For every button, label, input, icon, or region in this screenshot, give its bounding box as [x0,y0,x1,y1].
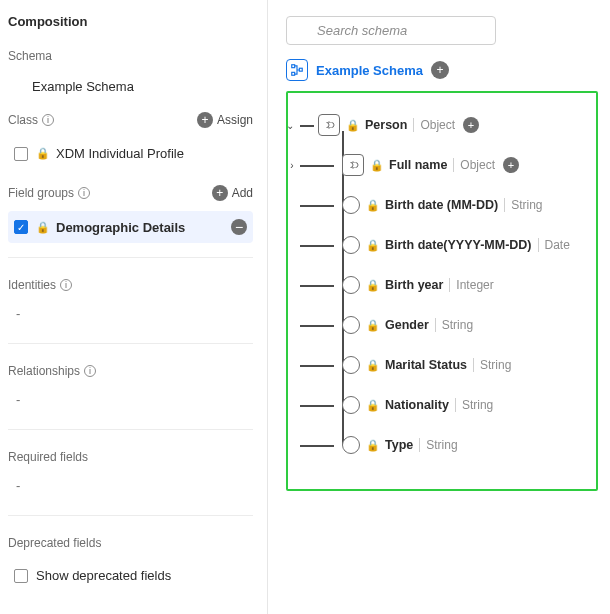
node-label: Person [365,118,407,132]
lock-icon: 🔒 [370,159,384,172]
lock-icon: 🔒 [36,221,50,234]
field-icon [342,316,360,334]
divider [8,515,253,516]
divider [8,257,253,258]
node-type: String [442,318,473,332]
node-type: String [480,358,511,372]
object-icon [318,114,340,136]
node-type: String [511,198,542,212]
tree-node-field[interactable]: 🔒 Gender String [342,305,586,345]
info-icon[interactable]: i [60,279,72,291]
relationships-value: - [8,388,253,415]
composition-sidebar: Composition Schema Example Schema Class … [0,0,268,614]
assign-class-button[interactable]: + Assign [197,112,253,128]
add-label: Add [232,186,253,200]
object-stack-icon [342,154,364,176]
identities-value: - [8,302,253,329]
tree-node-fullname[interactable]: › 🔒 Full name Object + [342,145,586,185]
remove-field-group-button[interactable]: − [231,219,247,235]
person-children: › 🔒 Full name Object + [342,145,586,465]
node-label: Marital Status [385,358,467,372]
svg-rect-4 [299,68,302,71]
divider [473,358,474,372]
lock-icon: 🔒 [346,119,360,132]
divider [419,438,420,452]
tree-node-field[interactable]: 🔒 Birth date (MM-DD) String [342,185,586,225]
schema-root-label: Example Schema [316,63,423,78]
info-icon[interactable]: i [78,187,90,199]
divider [538,238,539,252]
lock-icon: 🔒 [366,319,380,332]
lock-icon: 🔒 [366,359,380,372]
field-icon [342,396,360,414]
chevron-down-icon[interactable]: ⌄ [286,120,294,131]
node-label: Full name [389,158,447,172]
lock-icon: 🔒 [366,399,380,412]
node-label: Birth date(YYYY-MM-DD) [385,238,532,252]
tree-node-field[interactable]: 🔒 Birth date(YYYY-MM-DD) Date [342,225,586,265]
schema-section-label: Schema [8,49,253,63]
chevron-right-icon[interactable]: › [286,160,298,171]
divider [455,398,456,412]
lock-icon: 🔒 [366,239,380,252]
field-icon [342,436,360,454]
plus-icon: + [212,185,228,201]
tree-node-field[interactable]: 🔒 Nationality String [342,385,586,425]
divider [453,158,454,172]
tree-node-person[interactable]: ⌄ 🔒 Person Object + [318,105,586,145]
add-child-button[interactable]: + [463,117,479,133]
divider [8,429,253,430]
field-icon [342,356,360,374]
field-icon [342,276,360,294]
sidebar-title: Composition [8,14,253,29]
class-section-label: Class [8,113,38,127]
node-label: Nationality [385,398,449,412]
required-fields-value: - [8,474,253,501]
add-child-button[interactable]: + [503,157,519,173]
node-label: Birth date (MM-DD) [385,198,498,212]
info-icon[interactable]: i [42,114,54,126]
relationships-label: Relationships [8,364,80,378]
show-deprecated-toggle[interactable]: Show deprecated fields [8,560,253,591]
field-group-item[interactable]: 🔒 Demographic Details − [8,211,253,243]
lock-icon: 🔒 [366,439,380,452]
tree-node-field[interactable]: 🔒 Marital Status String [342,345,586,385]
divider [449,278,450,292]
schema-name[interactable]: Example Schema [8,73,253,106]
divider [435,318,436,332]
info-icon[interactable]: i [84,365,96,377]
node-type: String [426,438,457,452]
schema-root-icon [286,59,308,81]
divider [413,118,414,132]
add-field-group-button[interactable]: + Add [212,185,253,201]
lock-icon: 🔒 [366,279,380,292]
tree-node-field[interactable]: 🔒 Birth year Integer [342,265,586,305]
node-label: Birth year [385,278,443,292]
divider [504,198,505,212]
lock-icon: 🔒 [366,199,380,212]
checkbox-checked[interactable] [14,220,28,234]
svg-rect-3 [292,72,295,75]
node-type: Object [460,158,495,172]
class-item-label: XDM Individual Profile [56,146,184,161]
required-fields-label: Required fields [8,450,88,464]
identities-label: Identities [8,278,56,292]
highlight-box: ⌄ 🔒 Person Object + › [286,91,598,491]
node-type: Date [545,238,570,252]
checkbox-unchecked[interactable] [14,147,28,161]
search-input[interactable] [286,16,496,45]
divider [8,343,253,344]
checkbox-unchecked[interactable] [14,569,28,583]
node-type: Object [420,118,455,132]
node-label: Gender [385,318,429,332]
node-type: Integer [456,278,493,292]
tree-node-field[interactable]: 🔒 Type String [342,425,586,465]
add-field-button[interactable]: + [431,61,449,79]
assign-label: Assign [217,113,253,127]
search-wrap [286,16,496,45]
svg-rect-2 [292,65,295,68]
class-item[interactable]: 🔒 XDM Individual Profile [8,138,253,169]
field-icon [342,196,360,214]
schema-root-node[interactable]: Example Schema + [286,59,598,81]
schema-canvas: Example Schema + ⌄ 🔒 Person Object + [268,0,610,614]
